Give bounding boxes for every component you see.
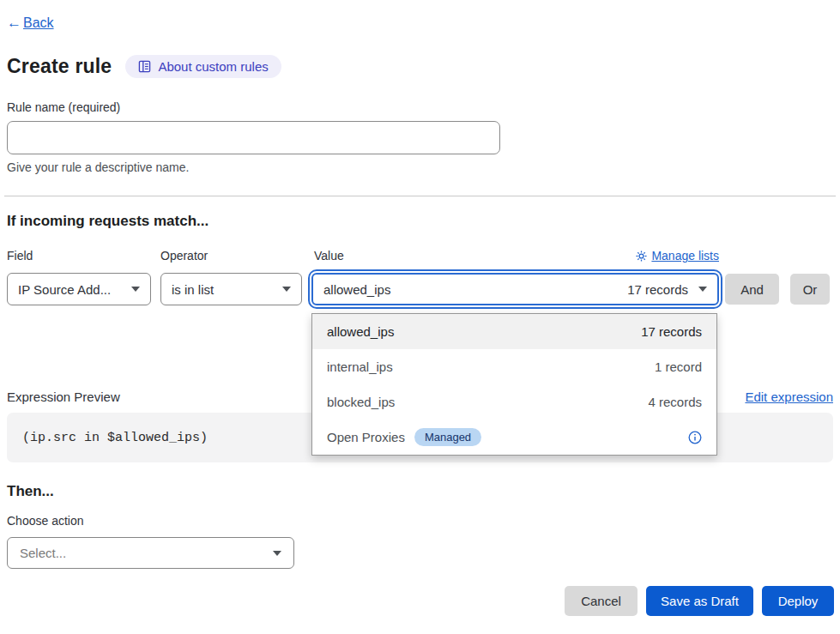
value-dropdown-panel: allowed_ips 17 records internal_ips 1 re… [311, 313, 717, 456]
operator-select-value: is in list [172, 282, 214, 297]
rule-name-label: Rule name (required) [7, 100, 120, 114]
cancel-button[interactable]: Cancel [565, 586, 638, 616]
list-name: blocked_ips [327, 395, 395, 409]
back-arrow-icon [7, 15, 21, 32]
list-name: internal_ips [327, 359, 393, 374]
list-name: Open Proxies [327, 430, 405, 444]
list-name: allowed_ips [327, 324, 394, 339]
manage-lists-label: Manage lists [651, 249, 719, 263]
list-records-count: 17 records [641, 324, 702, 339]
list-records-count: 1 record [655, 359, 702, 374]
dropdown-item-open-proxies[interactable]: Open Proxies Managed [312, 420, 716, 455]
dropdown-item-internal-ips[interactable]: internal_ips 1 record [312, 349, 716, 384]
create-rule-page: Back Create rule About custom rules Rule… [0, 0, 840, 634]
field-column-label: Field [7, 249, 33, 263]
choose-action-label: Choose action [7, 514, 84, 528]
operator-column-label: Operator [160, 249, 208, 263]
edit-expression-link[interactable]: Edit expression [745, 389, 833, 404]
manage-lists-link[interactable]: Manage lists [636, 249, 719, 263]
deploy-button[interactable]: Deploy [762, 586, 834, 616]
action-select-placeholder: Select... [20, 546, 66, 560]
section-divider [4, 196, 836, 196]
field-select-value: IP Source Add... [18, 282, 111, 297]
book-icon [138, 60, 151, 73]
rule-name-helper-text: Give your rule a descriptive name. [7, 160, 189, 174]
back-link-label: Back [23, 15, 54, 31]
title-row: Create rule About custom rules [7, 55, 281, 78]
chevron-down-icon [131, 287, 140, 292]
rule-name-input[interactable] [7, 121, 500, 154]
info-circle-icon[interactable] [688, 431, 702, 444]
about-link-label: About custom rules [158, 59, 268, 74]
about-custom-rules-link[interactable]: About custom rules [125, 55, 281, 78]
page-title: Create rule [7, 55, 112, 78]
save-as-draft-button[interactable]: Save as Draft [646, 586, 753, 616]
value-select-value: allowed_ips [323, 282, 390, 297]
value-column-label: Value [314, 249, 344, 263]
match-section-heading: If incoming requests match... [7, 213, 208, 230]
expression-preview-label: Expression Preview [7, 389, 120, 404]
value-select[interactable]: allowed_ips 17 records [311, 273, 719, 305]
chevron-down-icon [282, 287, 291, 292]
gear-icon [636, 251, 647, 262]
field-select[interactable]: IP Source Add... [7, 273, 151, 305]
chevron-down-icon [698, 287, 707, 292]
expression-code-text: (ip.src in $allowed_ips) [22, 431, 208, 445]
operator-select[interactable]: is in list [160, 273, 302, 305]
dropdown-item-blocked-ips[interactable]: blocked_ips 4 records [312, 384, 716, 420]
then-section-heading: Then... [7, 483, 54, 500]
or-button[interactable]: Or [790, 274, 830, 305]
value-select-records-count: 17 records [627, 282, 688, 297]
list-records-count: 4 records [648, 395, 702, 409]
chevron-down-icon [273, 551, 281, 556]
dropdown-item-allowed-ips[interactable]: allowed_ips 17 records [312, 314, 716, 349]
managed-badge: Managed [414, 428, 481, 446]
action-select[interactable]: Select... [7, 537, 294, 569]
and-button[interactable]: And [725, 274, 779, 305]
back-link[interactable]: Back [7, 15, 54, 32]
